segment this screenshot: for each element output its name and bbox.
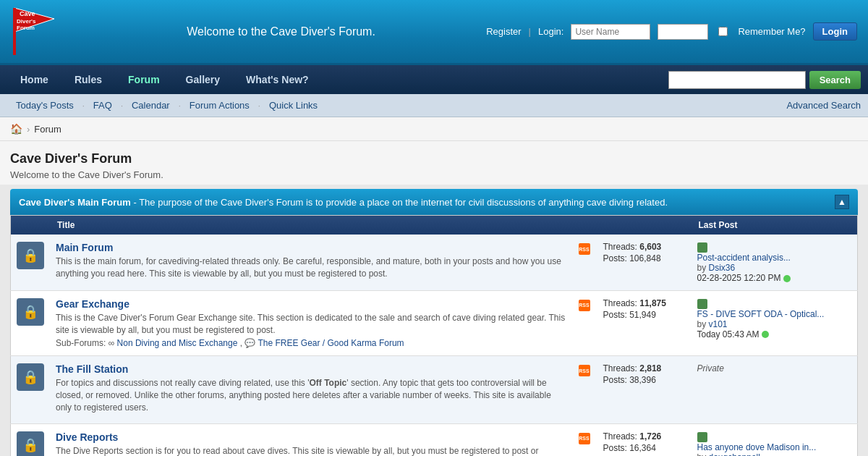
forum-name-link[interactable]: Main Forum — [56, 242, 113, 253]
threads-count: Threads: 1,726 — [603, 431, 686, 442]
forum-info-cell: Main ForumThis is the main forum, for ca… — [50, 235, 571, 290]
subnav-todays-posts[interactable]: Today's Posts — [7, 96, 82, 114]
subnav-forum-actions[interactable]: Forum Actions — [181, 96, 258, 114]
last-post-date: 02-28-2025 12:20 PM — [697, 273, 852, 283]
subnav-quick-links[interactable]: Quick Links — [260, 96, 326, 114]
last-post-title-link[interactable]: FS - DIVE SOFT ODA - Optical... — [697, 309, 825, 319]
content: Cave Diver's Main Forum - The purpose of… — [0, 185, 868, 456]
subnav-calendar[interactable]: Calendar — [123, 96, 179, 114]
separator: | — [529, 26, 531, 37]
posts-count: Posts: 38,396 — [603, 375, 686, 385]
subforums-list: Sub-Forums: ∞ Non Diving and Misc Exchan… — [56, 338, 566, 348]
svg-text:Diver's: Diver's — [17, 18, 36, 25]
forum-name-link[interactable]: The Fill Station — [56, 363, 128, 375]
online-indicator — [783, 275, 791, 282]
rss-icon[interactable]: RSS — [579, 300, 590, 311]
header: Cave Diver's Forum Welcome to the Cave D… — [0, 0, 868, 65]
logo-svg: Cave Diver's Forum — [11, 4, 61, 59]
forum-desc-text: The Dive Reports section is for you to r… — [56, 445, 566, 456]
last-post-cell: Post-accident analysis...by Dsix3602-28-… — [692, 235, 858, 290]
nav-rules[interactable]: Rules — [61, 68, 115, 91]
forum-icon-cell: 🔒 — [11, 423, 51, 456]
subnav-faq[interactable]: FAQ — [85, 96, 121, 114]
lock-icon: 🔒 — [17, 242, 44, 269]
subnav: Today's Posts · FAQ · Calendar · Forum A… — [0, 94, 868, 117]
post-author-link[interactable]: v101 — [709, 319, 728, 329]
online-indicator — [762, 331, 769, 338]
subforum-icon: 💬 — [244, 338, 258, 348]
advanced-search-link[interactable]: Advanced Search — [786, 100, 861, 111]
navbar: Home Rules Forum Gallery What's New? Sea… — [0, 65, 868, 94]
nav-gallery[interactable]: Gallery — [173, 68, 233, 91]
svg-rect-1 — [13, 8, 16, 55]
posts-count: Posts: 16,364 — [603, 443, 686, 453]
site-tagline: Welcome to the Cave Diver's Forum. — [76, 25, 486, 38]
search-button[interactable]: Search — [809, 71, 861, 89]
rss-icon[interactable]: RSS — [579, 365, 590, 376]
last-post-cell: Has anyone dove Madison in...by dougchap… — [692, 423, 858, 456]
breadcrumb-forum: Forum — [34, 124, 61, 135]
password-input[interactable] — [658, 24, 708, 40]
forum-desc-text: For topics and discussions not really ca… — [56, 377, 566, 413]
forum-heading: Cave Diver's Forum — [10, 151, 858, 166]
nav-forum[interactable]: Forum — [115, 68, 173, 91]
posts-count: Posts: 106,848 — [603, 253, 686, 263]
lock-icon: 🔒 — [17, 431, 44, 456]
table-header-row: Title Last Post — [11, 216, 858, 235]
search-area: Search — [668, 71, 861, 89]
forum-desc-text: This is the main forum, for cavediving-r… — [56, 256, 566, 280]
table-row: 🔒Gear ExchangeThis is the Cave Diver's F… — [11, 290, 858, 356]
forum-info-cell: Dive ReportsThe Dive Reports section is … — [50, 423, 571, 456]
nav-whats-new[interactable]: What's New? — [233, 68, 322, 91]
forum-desc-text: This is the Cave Diver's Forum Gear Exch… — [56, 312, 566, 337]
col-title: Title — [50, 216, 571, 235]
username-input[interactable] — [571, 24, 650, 40]
threads-count: Threads: 11,875 — [603, 298, 686, 308]
svg-text:Forum: Forum — [17, 25, 35, 31]
breadcrumb: 🏠 › Forum — [0, 117, 868, 141]
register-link[interactable]: Register — [486, 26, 521, 37]
post-author-link[interactable]: dougchappell — [709, 452, 760, 456]
col-last-post: Last Post — [692, 216, 858, 235]
search-input[interactable] — [668, 71, 806, 89]
breadcrumb-sep: › — [27, 124, 30, 135]
remember-me-checkbox[interactable] — [718, 27, 728, 36]
forum-title-area: Cave Diver's Forum Welcome to the Cave D… — [0, 141, 868, 185]
forum-name-link[interactable]: Dive Reports — [56, 431, 118, 443]
post-icon — [697, 432, 707, 442]
login-label: Login: — [538, 26, 563, 37]
last-post-cell: Private — [692, 356, 858, 423]
last-post-title: FS - DIVE SOFT ODA - Optical... — [697, 309, 852, 319]
rss-cell: RSS — [571, 423, 597, 456]
forum-name-link[interactable]: Gear Exchange — [56, 298, 129, 310]
stats-cell: Threads: 6,603Posts: 106,848 — [597, 235, 692, 290]
post-author-link[interactable]: Dsix36 — [709, 263, 736, 273]
forum-icon-cell: 🔒 — [11, 356, 51, 423]
section-header: Cave Diver's Main Forum - The purpose of… — [10, 189, 858, 215]
lock-icon: 🔒 — [17, 363, 44, 391]
forum-rows: 🔒Main ForumThis is the main forum, for c… — [11, 235, 858, 456]
logo: Cave Diver's Forum — [11, 4, 61, 59]
collapse-button[interactable]: ▲ — [835, 195, 849, 209]
remember-me-label: Remember Me? — [738, 26, 805, 37]
col-stats — [597, 216, 692, 235]
forum-icon-cell: 🔒 — [11, 290, 51, 356]
last-post-title-link[interactable]: Post-accident analysis... — [697, 253, 791, 263]
subforum-link[interactable]: Non Diving and Misc Exchange — [117, 338, 238, 348]
rss-icon[interactable]: RSS — [579, 243, 590, 255]
nav-home[interactable]: Home — [7, 68, 61, 91]
subforum-link[interactable]: The FREE Gear / Good Karma Forum — [258, 338, 404, 348]
login-button[interactable]: Login — [813, 22, 857, 41]
post-icon — [697, 299, 707, 309]
stats-cell: Threads: 11,875Posts: 51,949 — [597, 290, 692, 356]
rss-icon[interactable]: RSS — [579, 433, 590, 444]
stats-cell: Threads: 2,818Posts: 38,396 — [597, 356, 692, 423]
post-icon — [697, 242, 707, 253]
rss-cell: RSS — [571, 235, 597, 290]
forum-description: Welcome to the Cave Diver's Forum. — [10, 169, 858, 180]
stats-cell: Threads: 1,726Posts: 16,364 — [597, 423, 692, 456]
threads-count: Threads: 2,818 — [603, 363, 686, 373]
subforum-icon: ∞ — [109, 338, 117, 348]
last-post-title-link[interactable]: Has anyone dove Madison in... — [697, 442, 817, 452]
section-title-text: Cave Diver's Main Forum - The purpose of… — [19, 197, 668, 208]
